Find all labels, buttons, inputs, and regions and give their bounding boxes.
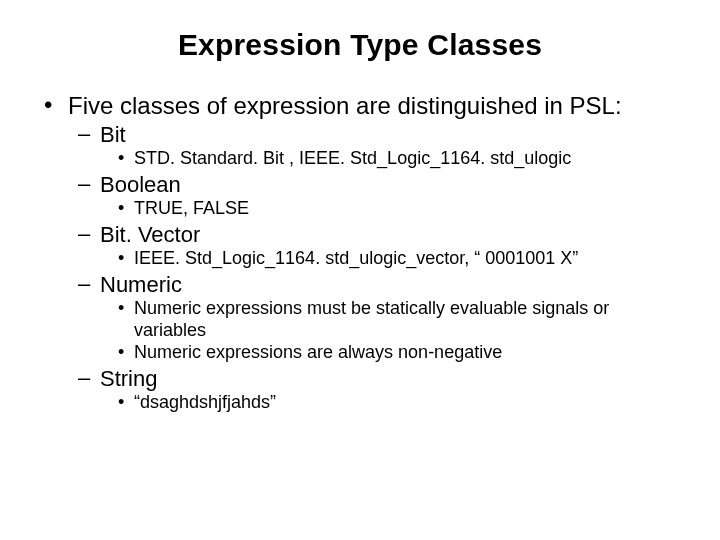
bullet-list-level2: Bit STD. Standard. Bit , IEEE. Std_Logic…: [68, 122, 680, 414]
class-label: Numeric: [100, 272, 182, 297]
detail-text: STD. Standard. Bit , IEEE. Std_Logic_116…: [134, 148, 571, 168]
list-item: Five classes of expression are distingui…: [40, 92, 680, 414]
list-item: Numeric Numeric expressions must be stat…: [68, 272, 680, 364]
class-label: String: [100, 366, 157, 391]
class-label: Bit. Vector: [100, 222, 200, 247]
class-label: Bit: [100, 122, 126, 147]
list-item: STD. Standard. Bit , IEEE. Std_Logic_116…: [106, 148, 680, 170]
list-item: Numeric expressions are always non-negat…: [106, 342, 680, 364]
bullet-list-level3: STD. Standard. Bit , IEEE. Std_Logic_116…: [100, 148, 680, 170]
slide: Expression Type Classes Five classes of …: [0, 0, 720, 540]
detail-text: Numeric expressions must be statically e…: [134, 298, 609, 340]
list-item: “dsaghdshjfjahds”: [106, 392, 680, 414]
detail-text: IEEE. Std_Logic_1164. std_ulogic_vector,…: [134, 248, 578, 268]
bullet-list-level3: TRUE, FALSE: [100, 198, 680, 220]
list-item: IEEE. Std_Logic_1164. std_ulogic_vector,…: [106, 248, 680, 270]
bullet-list-level3: IEEE. Std_Logic_1164. std_ulogic_vector,…: [100, 248, 680, 270]
detail-text: Numeric expressions are always non-negat…: [134, 342, 502, 362]
slide-title: Expression Type Classes: [40, 28, 680, 62]
detail-text: “dsaghdshjfjahds”: [134, 392, 276, 412]
list-item: String “dsaghdshjfjahds”: [68, 366, 680, 414]
detail-text: TRUE, FALSE: [134, 198, 249, 218]
list-item: TRUE, FALSE: [106, 198, 680, 220]
main-bullet-text: Five classes of expression are distingui…: [68, 92, 622, 119]
list-item: Numeric expressions must be statically e…: [106, 298, 680, 342]
bullet-list-level3: “dsaghdshjfjahds”: [100, 392, 680, 414]
bullet-list-level3: Numeric expressions must be statically e…: [100, 298, 680, 364]
list-item: Bit STD. Standard. Bit , IEEE. Std_Logic…: [68, 122, 680, 170]
list-item: Bit. Vector IEEE. Std_Logic_1164. std_ul…: [68, 222, 680, 270]
bullet-list-level1: Five classes of expression are distingui…: [40, 92, 680, 414]
class-label: Boolean: [100, 172, 181, 197]
list-item: Boolean TRUE, FALSE: [68, 172, 680, 220]
